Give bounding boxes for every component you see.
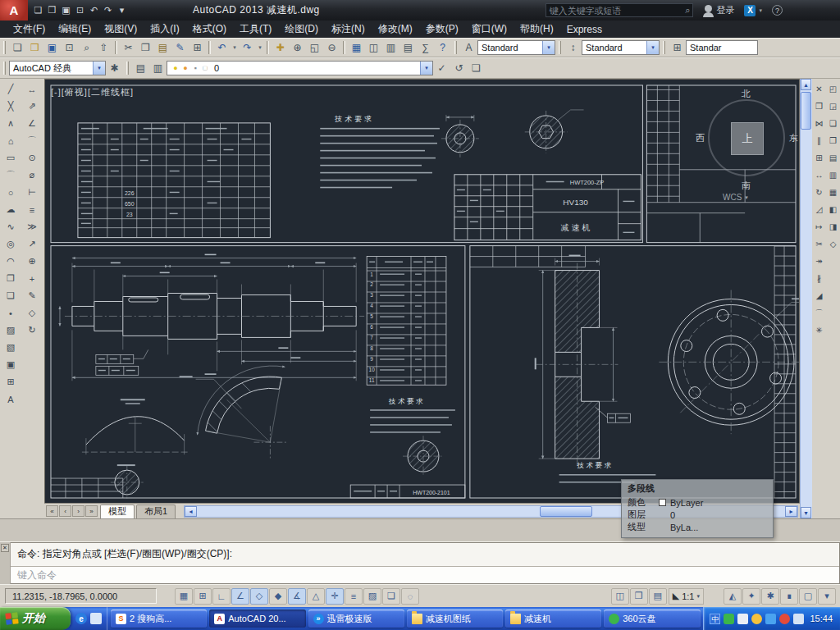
circle-tool[interactable]: ○ <box>2 184 20 201</box>
redo-button[interactable]: ↷ <box>239 39 256 56</box>
redo-caret-icon[interactable]: ▾ <box>256 39 264 56</box>
menu-window[interactable]: 窗口(W) <box>465 22 514 36</box>
viewcube-north-label[interactable]: 北 <box>742 88 751 100</box>
horizontal-scrollbar-thumb[interactable] <box>540 506 592 517</box>
zoom-realtime-button[interactable]: ⊕ <box>289 39 306 56</box>
tolerance-tool[interactable]: ⊕ <box>23 253 41 270</box>
insert-block-tool[interactable]: ❐ <box>2 270 20 287</box>
ellipse-arc-tool[interactable]: ◠ <box>2 253 20 270</box>
layer-freeze-icon[interactable]: ● <box>180 64 190 72</box>
list-tool[interactable]: ▦ <box>827 184 840 201</box>
polar-toggle[interactable]: ∠ <box>231 588 249 605</box>
gradient-tool[interactable]: ▧ <box>2 339 20 356</box>
scale-tool[interactable]: ◿ <box>813 201 826 218</box>
undo-caret-icon[interactable]: ▾ <box>231 39 239 56</box>
undo-icon[interactable]: ↶ <box>87 5 101 16</box>
menu-parametric[interactable]: 参数(P) <box>419 22 465 36</box>
save-button[interactable]: ▣ <box>43 39 61 56</box>
chamfer-tool[interactable]: ◢ <box>813 287 826 304</box>
zoom-window-button[interactable]: ◱ <box>306 39 323 56</box>
task-folder-reducer[interactable]: 减速机 <box>505 609 601 628</box>
app-logo[interactable]: A <box>0 0 28 21</box>
scroll-down-icon[interactable]: ▾ <box>801 507 811 518</box>
rectangle-tool[interactable]: ▭ <box>2 149 20 167</box>
rotate-tool[interactable]: ↻ <box>813 184 826 201</box>
arc-tool[interactable]: ⌒ <box>2 167 20 184</box>
quick-select-tool[interactable]: ◨ <box>827 218 840 235</box>
menu-draw[interactable]: 绘图(D) <box>278 22 325 36</box>
menu-view[interactable]: 视图(V) <box>98 22 144 36</box>
tool-palettes-button[interactable]: ▥ <box>382 39 399 56</box>
dim-style-icon[interactable]: ↕ <box>564 39 582 56</box>
close-icon[interactable]: ✕ <box>1 544 9 552</box>
grid-toggle[interactable]: ⊞ <box>194 588 212 605</box>
combo-caret-icon[interactable]: ▾ <box>646 41 659 54</box>
layer-states-button[interactable]: ▥ <box>149 60 167 76</box>
snap-toggle[interactable]: ▦ <box>175 588 193 605</box>
3d-osnap-toggle[interactable]: ◆ <box>269 588 287 605</box>
text-style-combo[interactable]: Standard ▾ <box>477 40 555 55</box>
combo-caret-icon[interactable]: ▾ <box>420 62 432 75</box>
angular-dimension-tool[interactable]: ∠ <box>23 115 41 132</box>
dynamic-input-toggle[interactable]: ✛ <box>326 588 344 605</box>
viewcube-west-label[interactable]: 西 <box>696 132 705 144</box>
clean-screen-button[interactable]: ▢ <box>799 588 817 605</box>
help-icon[interactable]: ? <box>772 5 783 16</box>
properties-button[interactable]: ▦ <box>348 39 365 56</box>
quick-properties-toggle[interactable]: ❏ <box>382 588 400 605</box>
arc-length-dimension-tool[interactable]: ⌒ <box>23 132 41 149</box>
make-object-layer-current-button[interactable]: ✓ <box>433 60 450 76</box>
sheet-set-manager-button[interactable]: ▤ <box>399 39 417 56</box>
publish-button[interactable]: ⇧ <box>95 39 112 56</box>
menu-dimension[interactable]: 标注(N) <box>325 22 372 36</box>
diameter-dimension-tool[interactable]: ⌀ <box>23 167 41 184</box>
tab-nav-first-icon[interactable]: « <box>46 505 58 517</box>
tray-icon-1[interactable] <box>737 614 748 624</box>
tray-icon-2[interactable] <box>751 614 762 624</box>
redo-icon[interactable]: ↷ <box>101 5 115 16</box>
scroll-right-icon[interactable]: ▸ <box>785 506 797 517</box>
workspace-settings-icon[interactable]: ✱ <box>106 60 123 76</box>
group-tool[interactable]: ❏ <box>827 115 840 132</box>
baseline-dimension-tool[interactable]: ≡ <box>23 201 41 218</box>
match-properties-button[interactable]: ✎ <box>171 39 189 56</box>
annotation-autoscale-button[interactable]: ✦ <box>742 588 760 605</box>
draw-order-front-tool[interactable]: ◰ <box>827 80 840 98</box>
toolbar-separator[interactable] <box>343 41 345 54</box>
continue-dimension-tool[interactable]: ≫ <box>23 218 41 235</box>
plot-button[interactable]: ⊡ <box>61 39 78 56</box>
menu-insert[interactable]: 插入(I) <box>144 22 185 36</box>
explode-tool[interactable]: ✳ <box>813 322 826 339</box>
start-button[interactable]: 开始 <box>0 607 71 630</box>
viewcube-east-label[interactable]: 东 <box>789 132 798 144</box>
extend-tool[interactable]: ↠ <box>813 253 826 270</box>
multiline-text-tool[interactable]: A <box>2 390 20 408</box>
construction-line-tool[interactable]: ╳ <box>2 98 20 115</box>
input-method-icon[interactable]: 中 <box>710 614 720 624</box>
exchange-caret-icon[interactable]: ▾ <box>759 7 762 14</box>
osnap-settings-tool[interactable]: ◇ <box>827 235 840 253</box>
point-tool[interactable]: • <box>2 304 20 322</box>
make-block-tool[interactable]: ❏ <box>2 287 20 304</box>
selection-cycling-toggle[interactable]: ◌ <box>401 588 419 605</box>
tab-model[interactable]: 模型 <box>100 504 135 518</box>
ortho-toggle[interactable]: ∟ <box>212 588 231 605</box>
help-button[interactable]: ? <box>434 39 451 56</box>
table-tool[interactable]: ⊞ <box>2 373 20 390</box>
design-center-button[interactable]: ◫ <box>365 39 382 56</box>
viewcube-top-face[interactable]: 上 <box>731 122 764 155</box>
qnew-icon[interactable]: ❏ <box>31 5 45 16</box>
vertical-scrollbar[interactable]: ▴ ▾ <box>800 79 812 518</box>
paste-button[interactable]: ▤ <box>154 39 171 56</box>
copy-tool[interactable]: ❐ <box>813 98 826 115</box>
revision-cloud-tool[interactable]: ☁ <box>2 201 20 218</box>
leader-tool[interactable]: ↗ <box>23 235 41 253</box>
signin-link[interactable]: 登录 <box>716 4 734 16</box>
move-tool[interactable]: ↔ <box>813 167 826 184</box>
plot-icon[interactable]: ⊡ <box>73 5 87 16</box>
tab-nav-prev-icon[interactable]: ‹ <box>59 505 71 517</box>
quick-calc-button[interactable]: ∑ <box>417 39 434 56</box>
tab-layout1[interactable]: 布局1 <box>136 504 176 518</box>
area-tool[interactable]: ▥ <box>827 167 840 184</box>
360-safe-tray-icon[interactable] <box>724 614 734 624</box>
